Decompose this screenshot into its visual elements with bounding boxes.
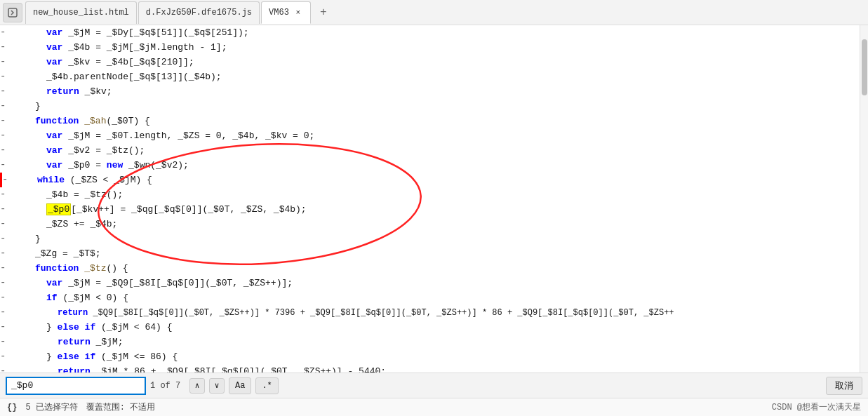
line-content: var _$p0 = new _$wn(_$v2); <box>13 159 868 173</box>
table-row: - while (_$ZS < _$jM) { <box>0 173 868 187</box>
line-content: var _$v2 = _$tz(); <box>13 144 868 158</box>
status-left: {} 5 已选择字符 覆盖范围: 不适用 <box>7 401 155 413</box>
line-minus: - <box>0 114 10 128</box>
line-content: var _$4b = _$jM[_$jM.length - 1]; <box>13 41 868 55</box>
tab-label: VM63 <box>269 8 289 18</box>
table-row: - var _$jM = _$Dy[_$q$[51]](_$q$[251]); <box>0 25 868 40</box>
table-row: - _$ZS += _$4b; <box>0 217 868 232</box>
line-minus: - <box>0 232 10 246</box>
watermark: CSDN @想看一次满天星 <box>772 401 861 413</box>
table-row: - return _$kv; <box>0 84 868 99</box>
table-row: - _$4b = _$tz(); <box>0 187 868 202</box>
line-content: } else if (_$jM <= 86) { <box>13 350 868 364</box>
braces-icon: {} <box>7 403 17 412</box>
tab-close-icon[interactable]: × <box>293 8 303 18</box>
line-content: _$4b.parentNode[_$q$[13]](_$4b); <box>13 70 868 84</box>
line-minus: - <box>0 40 10 54</box>
tab-new-house-list[interactable]: new_house_list.html <box>25 1 137 24</box>
line-minus: - <box>0 217 10 231</box>
line-minus: - <box>0 99 10 113</box>
tab-back-button[interactable] <box>3 3 22 22</box>
table-row: - if (_$jM < 0) { <box>0 290 868 305</box>
table-row: - return _$jM; <box>0 335 868 349</box>
code-scroll[interactable]: - var _$jM = _$Dy[_$q$[51]](_$q$[251]); … <box>0 25 868 373</box>
line-minus: - <box>0 349 10 363</box>
tab-dfe1675[interactable]: d.FxJzG50F.dfe1675.js <box>138 1 260 24</box>
table-row: - var _$jM = _$0T.length, _$ZS = 0, _$4b… <box>0 128 868 143</box>
line-minus: - <box>0 128 10 142</box>
table-row: - } else if (_$jM < 64) { <box>0 320 868 335</box>
line-minus: - <box>0 246 10 260</box>
line-content: var _$jM = _$Dy[_$q$[51]](_$q$[251]); <box>13 26 868 40</box>
line-content: } <box>13 232 868 246</box>
line-minus: - <box>0 305 10 319</box>
line-minus: - <box>0 84 10 98</box>
line-minus: - <box>2 173 12 187</box>
line-content: function _$ah(_$0T) { <box>13 114 868 128</box>
line-content: _$ZS += _$4b; <box>13 217 868 232</box>
line-minus: - <box>0 25 10 39</box>
line-minus: - <box>0 69 10 83</box>
line-content: var _$jM = _$Q9[_$8I[_$q$[0]](_$0T, _$ZS… <box>13 276 868 290</box>
line-minus: - <box>0 276 10 290</box>
table-row: - return _$Q9[_$8I[_$q$[0]](_$0T, _$ZS++… <box>0 305 868 320</box>
line-content: return _$kv; <box>13 85 868 99</box>
status-bar: {} 5 已选择字符 覆盖范围: 不适用 CSDN @想看一次满天星 <box>0 398 868 416</box>
line-minus: - <box>0 261 10 275</box>
scrollbar-thumb[interactable] <box>862 39 867 95</box>
code-lines-wrapper: - var _$jM = _$Dy[_$q$[51]](_$q$[251]); … <box>0 25 868 373</box>
line-minus: - <box>0 143 10 157</box>
table-row: - return _$jM * 86 + _$Q9[_$8I[_$q$[0]](… <box>0 364 868 373</box>
table-row: - var _$4b = _$jM[_$jM.length - 1]; <box>0 40 868 55</box>
line-minus: - <box>0 320 10 334</box>
coverage-text: 覆盖范围: 不适用 <box>86 401 155 413</box>
line-content: var _$jM = _$0T.length, _$ZS = 0, _$4b, … <box>13 129 868 143</box>
table-row: - var _$jM = _$Q9[_$8I[_$q$[0]](_$0T, _$… <box>0 276 868 290</box>
search-prev-button[interactable]: ∧ <box>189 378 205 394</box>
search-cancel-button[interactable]: 取消 <box>826 377 862 395</box>
line-content: } <box>13 100 868 114</box>
code-lines: - var _$jM = _$Dy[_$q$[51]](_$q$[251]); … <box>0 25 868 373</box>
line-content: var _$kv = _$4b[_$q$[210]]; <box>13 55 868 69</box>
table-row: - } else if (_$jM <= 86) { <box>0 349 868 364</box>
tab-label: new_house_list.html <box>33 8 129 18</box>
editor-container: - var _$jM = _$Dy[_$q$[51]](_$q$[251]); … <box>0 25 868 373</box>
line-content: return _$jM; <box>13 335 868 349</box>
code-editor[interactable]: - var _$jM = _$Dy[_$q$[51]](_$q$[251]); … <box>0 25 868 373</box>
highlighted-token: _$p0 <box>46 203 71 215</box>
search-next-button[interactable]: ∨ <box>209 378 225 394</box>
line-minus: - <box>0 202 10 216</box>
search-regex-button[interactable]: .* <box>255 377 278 394</box>
table-row: - } <box>0 232 868 246</box>
line-minus: - <box>0 335 10 349</box>
search-match-case-button[interactable]: Aa <box>229 377 251 394</box>
line-content: while (_$ZS < _$jM) { <box>15 173 868 187</box>
tab-add-button[interactable]: + <box>315 4 332 21</box>
line-minus: - <box>0 187 10 201</box>
line-content: return _$jM * 86 + _$Q9[_$8I[_$q$[0]](_$… <box>13 365 868 373</box>
line-content: return _$Q9[_$8I[_$q$[0]](_$0T, _$ZS++)]… <box>13 306 868 320</box>
table-row: - _$Zg = _$T$; <box>0 246 868 261</box>
table-row: - var _$kv = _$4b[_$q$[210]]; <box>0 55 868 69</box>
search-count: 1 of 7 <box>150 381 185 391</box>
line-minus: - <box>0 364 10 373</box>
table-row: - var _$v2 = _$tz(); <box>0 143 868 158</box>
search-bar: 1 of 7 ∧ ∨ Aa .* 取消 <box>0 373 868 398</box>
line-minus: - <box>0 158 10 172</box>
line-content: _$p0[_$kv++] = _$qg[_$q$[0]](_$0T, _$ZS,… <box>13 203 868 217</box>
line-minus: - <box>0 290 10 304</box>
tab-bar: new_house_list.html d.FxJzG50F.dfe1675.j… <box>0 0 868 25</box>
table-row: - _$4b.parentNode[_$q$[13]](_$4b); <box>0 69 868 84</box>
line-content: } else if (_$jM < 64) { <box>13 321 868 335</box>
scrollbar-track[interactable] <box>860 25 868 373</box>
table-row: - var _$p0 = new _$wn(_$v2); <box>0 158 868 173</box>
line-content: function _$tz() { <box>13 262 868 276</box>
table-row: - function _$ah(_$0T) { <box>0 114 868 128</box>
search-input[interactable] <box>6 377 146 395</box>
table-row: - _$p0[_$kv++] = _$qg[_$q$[0]](_$0T, _$Z… <box>0 202 868 217</box>
line-minus: - <box>0 55 10 69</box>
status-braces: {} <box>7 403 17 412</box>
line-content: if (_$jM < 0) { <box>13 291 868 305</box>
while-keyword: while <box>37 175 65 185</box>
tab-vm63[interactable]: VM63 × <box>261 1 311 24</box>
